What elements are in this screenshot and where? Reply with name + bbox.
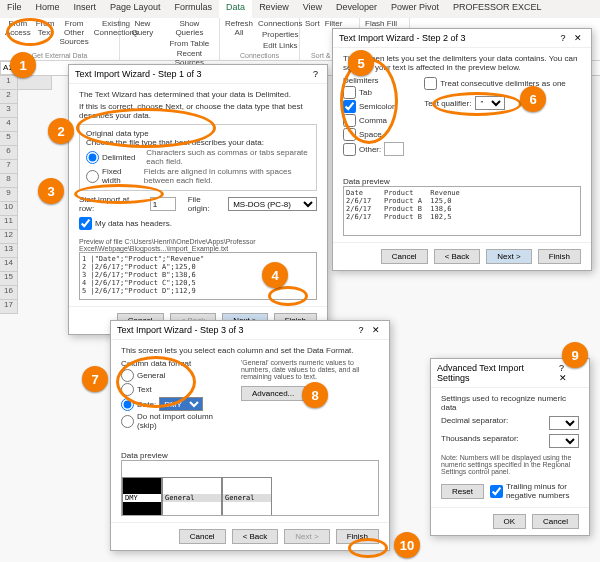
consecutive-checkbox[interactable]: Treat consecutive delimiters as one (424, 77, 566, 90)
properties-button[interactable]: Properties (257, 30, 303, 41)
qualifier-select[interactable]: " (475, 96, 505, 110)
advanced-button[interactable]: Advanced... (241, 386, 305, 401)
callout-7: 7 (82, 366, 108, 392)
close-icon[interactable]: ✕ (571, 33, 585, 43)
file-origin-select[interactable]: MS-DOS (PC-8) (228, 197, 317, 211)
delimited-radio[interactable]: DelimitedCharacters such as commas or ta… (86, 148, 310, 166)
preview-box: Date Product Revenue 2/6/17 Product A 12… (343, 186, 581, 236)
callout-6: 6 (520, 86, 546, 112)
callout-3: 3 (38, 178, 64, 204)
thousands-label: Thousands separator: (441, 434, 519, 448)
dialog-title: Text Import Wizard - Step 2 of 3 (339, 33, 466, 43)
edit-links-button[interactable]: Edit Links (257, 41, 303, 52)
reset-button[interactable]: Reset (441, 484, 484, 499)
tab-checkbox[interactable]: Tab (343, 86, 404, 99)
date-radio[interactable]: Date:DMY (121, 397, 231, 411)
delimiters-label: Delimiters (343, 76, 404, 85)
from-access-button[interactable]: From Access (4, 19, 32, 39)
headers-checkbox[interactable]: My data has headers. (79, 217, 317, 230)
callout-10: 10 (394, 532, 420, 558)
ok-button[interactable]: OK (493, 514, 527, 529)
finish-button[interactable]: Finish (336, 529, 379, 544)
callout-4: 4 (262, 262, 288, 288)
date-format-select[interactable]: DMY (159, 397, 203, 411)
tab-insert[interactable]: Insert (67, 0, 104, 18)
section-label: Original data type (86, 129, 310, 138)
from-other-button[interactable]: From Other Sources (58, 19, 89, 47)
note-text: Note: Numbers will be displayed using th… (441, 454, 579, 475)
from-table-button[interactable]: From Table (164, 39, 215, 50)
dialog-help-icon[interactable]: ? (310, 69, 321, 79)
intro-text: This screen lets you set the delimiters … (343, 54, 581, 72)
tab-developer[interactable]: Developer (329, 0, 384, 18)
intro-text: If this is correct, choose Next, or choo… (79, 102, 317, 120)
cancel-button[interactable]: Cancel (179, 529, 226, 544)
next-button[interactable]: Next > (486, 249, 531, 264)
callout-9: 9 (562, 342, 588, 368)
decimal-select[interactable] (549, 416, 579, 430)
skip-radio[interactable]: Do not import column (skip) (121, 412, 231, 430)
space-checkbox[interactable]: Space (343, 128, 404, 141)
origin-label: File origin: (188, 195, 224, 213)
wizard-step1-dialog: Text Import Wizard - Step 1 of 3 ? The T… (68, 64, 328, 335)
sort-button[interactable]: Sort (304, 19, 321, 30)
qualifier-label: Text qualifier: (424, 99, 471, 108)
tab-professor-excel[interactable]: PROFESSOR EXCEL (446, 0, 549, 18)
text-radio[interactable]: Text (121, 383, 231, 396)
tab-power-pivot[interactable]: Power Pivot (384, 0, 446, 18)
preview-path: Preview of file C:\Users\Henri\I\OneDriv… (79, 238, 317, 252)
dialog-title: Text Import Wizard - Step 3 of 3 (117, 325, 244, 335)
dialog-title: Text Import Wizard - Step 1 of 3 (75, 69, 202, 79)
callout-5: 5 (348, 50, 374, 76)
from-text-button[interactable]: From Text (35, 19, 56, 39)
next-button: Next > (284, 529, 329, 544)
intro-text: The Text Wizard has determined that your… (79, 90, 317, 99)
wizard-step3-dialog: Text Import Wizard - Step 3 of 3 ? ✕ Thi… (110, 320, 390, 551)
connections-button[interactable]: Connections (257, 19, 303, 30)
cancel-button[interactable]: Cancel (532, 514, 579, 529)
new-query-button[interactable]: New Query (124, 19, 161, 39)
hint-text: 'General' converts numeric values to num… (241, 359, 379, 380)
callout-2: 2 (48, 118, 74, 144)
advanced-settings-dialog: Advanced Text Import Settings ? ✕ Settin… (430, 358, 590, 536)
section-sub: Choose the file type that best describes… (86, 138, 310, 147)
tab-data[interactable]: Data (219, 0, 252, 18)
fixed-width-radio[interactable]: Fixed widthFields are aligned in columns… (86, 167, 310, 185)
back-button[interactable]: < Back (232, 529, 279, 544)
callout-1: 1 (10, 52, 36, 78)
tab-review[interactable]: Review (252, 0, 296, 18)
comma-checkbox[interactable]: Comma (343, 114, 404, 127)
decimal-label: Decimal separator: (441, 416, 508, 430)
preview-label: Data preview (121, 451, 379, 460)
trailing-minus-checkbox[interactable]: Trailing minus for negative numbers (490, 482, 579, 500)
dialog-help-icon[interactable]: ? (355, 325, 366, 335)
thousands-select[interactable] (549, 434, 579, 448)
general-radio[interactable]: General (121, 369, 231, 382)
group-label: Connections (224, 52, 295, 59)
intro-text: Settings used to recognize numeric data (441, 394, 579, 412)
dialog-help-icon[interactable]: ? (557, 33, 568, 43)
callout-8: 8 (302, 382, 328, 408)
tab-home[interactable]: Home (29, 0, 67, 18)
intro-text: This screen lets you select each column … (121, 346, 379, 355)
tab-page-layout[interactable]: Page Layout (103, 0, 168, 18)
refresh-all-button[interactable]: Refresh All (224, 19, 254, 39)
show-queries-button[interactable]: Show Queries (164, 19, 215, 39)
close-icon[interactable]: ✕ (556, 373, 570, 383)
dialog-title: Advanced Text Import Settings (437, 363, 556, 383)
start-row-input[interactable] (150, 197, 176, 211)
preview-label: Data preview (343, 177, 581, 186)
semicolon-checkbox[interactable]: Semicolon (343, 100, 404, 113)
ribbon-tabs: File Home Insert Page Layout Formulas Da… (0, 0, 600, 18)
tab-file[interactable]: File (0, 0, 29, 18)
cancel-button[interactable]: Cancel (381, 249, 428, 264)
tab-view[interactable]: View (296, 0, 329, 18)
start-row-label: Start import at row: (79, 195, 146, 213)
section-label: Column data format (121, 359, 231, 368)
back-button[interactable]: < Back (434, 249, 481, 264)
finish-button[interactable]: Finish (538, 249, 581, 264)
other-checkbox[interactable]: Other: (343, 142, 404, 156)
tab-formulas[interactable]: Formulas (168, 0, 220, 18)
close-icon[interactable]: ✕ (369, 325, 383, 335)
